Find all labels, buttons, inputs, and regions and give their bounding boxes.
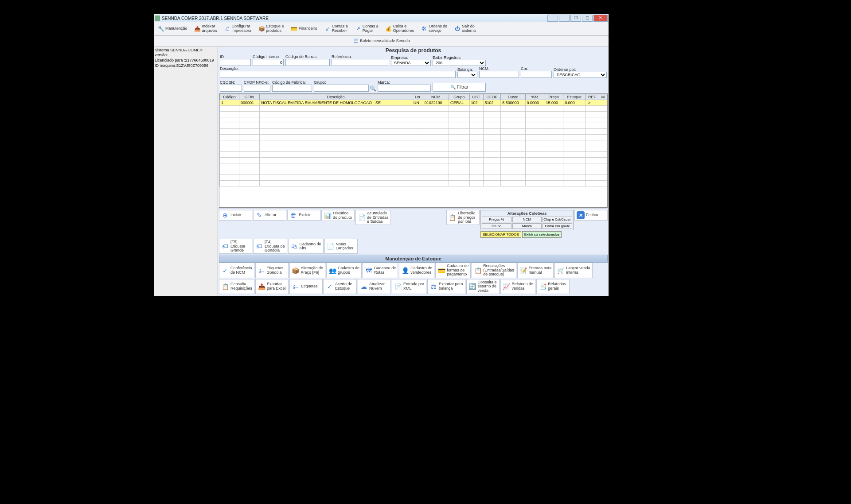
col-header[interactable]: GTIN <box>239 94 260 100</box>
referencia-input[interactable] <box>332 59 389 66</box>
alter-btn[interactable]: Editar em grade <box>543 223 572 229</box>
action-atualizar-nuvem[interactable]: ☁Atualizar Nuvem <box>358 279 391 294</box>
action-[f5]-etiqueta-grande[interactable]: 🏷[F5] Etiqueta Grande <box>219 239 252 254</box>
maximize-button[interactable]: ▢ <box>582 15 593 22</box>
toolbar-financeiro[interactable]: 💳Financeiro <box>288 23 320 35</box>
table-row[interactable] <box>220 151 607 157</box>
table-row[interactable] <box>220 140 607 146</box>
col-header[interactable]: %M <box>525 94 544 100</box>
window-close-button[interactable]: ✕ <box>593 15 608 22</box>
action-conferência-de ncm[interactable]: ✓Conferência de NCM <box>219 263 254 278</box>
action-notas-lançadas[interactable]: 📄Notas Lançadas <box>324 239 358 254</box>
toolbar-manutenção[interactable]: 🔧Manutenção <box>155 23 191 35</box>
action-cadastro de-kits[interactable]: 🛍Cadastro de Kits <box>288 239 324 254</box>
toolbar-indexar[interactable]: 📥Indexar arquivos <box>191 23 220 35</box>
table-row[interactable] <box>220 163 607 169</box>
table-row[interactable] <box>220 128 607 134</box>
col-header[interactable]: Preço <box>544 94 563 100</box>
product-grid[interactable]: CódigoGTINDescriçãoUnNCMGrupoCSTCFOPCust… <box>219 93 608 208</box>
empresa-select[interactable]: SENNDA <box>391 60 431 66</box>
table-row[interactable] <box>220 134 607 140</box>
toolbar-contas a[interactable]: ↗Contas a Pagar <box>352 23 382 35</box>
cfop-nfce-input[interactable] <box>244 85 270 92</box>
action-entrada por-xml[interactable]: 📄Entrada por XML <box>392 279 426 294</box>
col-header[interactable]: CST <box>469 94 483 100</box>
table-row[interactable] <box>220 111 607 117</box>
select-all-button[interactable]: SELECIONAR TODOS <box>480 231 521 238</box>
col-header[interactable]: Grupo <box>449 94 470 100</box>
col-header[interactable]: NCM <box>423 94 449 100</box>
toolbar-sair do[interactable]: ⏻Sair do sistema <box>451 23 479 35</box>
table-row[interactable] <box>220 157 607 163</box>
action-exportar para-balança[interactable]: ⚖Exportar para balança <box>427 279 465 294</box>
action-consulta-requisições[interactable]: 📋Consulta Requisições <box>219 279 254 294</box>
table-row[interactable] <box>220 123 607 128</box>
codigo-barras-input[interactable] <box>285 59 330 66</box>
action-cadastro de-grupos[interactable]: 👥Cadastro de grupos <box>326 263 362 278</box>
action-etiquetas-gondola[interactable]: 🏷Etiquetas Gondola <box>255 263 289 278</box>
id-input[interactable] <box>220 59 251 66</box>
cor-input[interactable] <box>521 71 552 78</box>
table-row[interactable] <box>220 180 607 186</box>
action-[f4]-etiqueta de-gondola[interactable]: 🏷[F4] Etiqueta de Gondola <box>253 239 287 254</box>
alter-btn[interactable]: Marca <box>512 223 542 229</box>
table-row[interactable] <box>220 117 607 123</box>
fechar-button[interactable]: ✕Fechar <box>574 210 608 221</box>
grupo-input[interactable] <box>314 85 369 92</box>
action-cadastro de-formas de-pagamento[interactable]: 💳Cadastro de formas de pagamento <box>435 263 471 278</box>
action-histórico-do produto[interactable]: 📊Histórico do produto <box>321 210 355 221</box>
alter-btn[interactable]: Preços % <box>482 217 511 222</box>
alter-btn[interactable]: NCM <box>512 217 542 222</box>
table-row[interactable] <box>220 169 607 174</box>
alter-btn[interactable]: Grupo <box>482 223 511 229</box>
col-header[interactable]: Estoque <box>563 94 586 100</box>
codigo-interno-input[interactable] <box>253 59 284 66</box>
toolbar-estoque e[interactable]: 📦Estoque e produtos <box>255 23 287 35</box>
table-row[interactable] <box>220 174 607 180</box>
descricao-input[interactable] <box>220 71 456 78</box>
filtrar-button[interactable]: 🔍Filtrar <box>433 83 486 92</box>
action-excluir[interactable]: 🗑Excluir <box>287 210 320 221</box>
ordenar-select[interactable]: DESCRICAO <box>554 72 607 78</box>
action-alteração de-preço [f6][interactable]: 📦Alteração de Preço [F6] <box>289 263 326 278</box>
action-consulta e-estorno de-venda[interactable]: 🔄Consulta e estorno de venda <box>466 279 500 294</box>
action-exportar-para excel[interactable]: 📤Exportar para Excel <box>255 279 289 294</box>
show-selected-button[interactable]: Exibir só selecionados <box>522 231 562 238</box>
action-requisições-(entradas/saídas-de estoque)[interactable]: 📋Requisições (Entradas/Saídas de estoque… <box>472 263 516 278</box>
toolbar-configurar[interactable]: 🖨Configurar impressora <box>221 23 255 35</box>
restore-button[interactable]: ❐ <box>570 15 581 22</box>
exibir-select[interactable]: 200 <box>433 60 486 66</box>
toolbar-contas a[interactable]: ↙Contas a Receber <box>321 23 351 35</box>
col-header[interactable]: CFOP <box>483 94 501 100</box>
boleto-button[interactable]: ☰ Boleto mensalidade Sennda <box>349 37 413 46</box>
ncm-input[interactable] <box>479 71 519 78</box>
action-incluir[interactable]: ⊕Incluir <box>219 210 252 221</box>
marca-input[interactable] <box>378 85 431 92</box>
action-lançar venda-interna[interactable]: 🛒Lançar venda interna <box>554 263 593 278</box>
col-header[interactable]: Un <box>412 94 423 100</box>
action-acumulado-de entradas-e saídas[interactable]: 📄Acumulado de Entradas e Saídas <box>355 210 391 225</box>
action-acerto de-estoque[interactable]: ✓Acerto de Estoque <box>324 279 357 294</box>
col-header[interactable]: Descrição <box>260 94 412 100</box>
action-cadastro de-rotas[interactable]: 🗺Cadastro de Rotas <box>363 263 398 278</box>
minimize-button[interactable]: — <box>547 15 558 22</box>
search-icon[interactable]: 🔍 <box>370 85 376 92</box>
col-header[interactable]: Código <box>220 94 239 100</box>
action-relatorio de-vendas[interactable]: 📈Relatorio de vendas <box>500 279 536 294</box>
toolbar-caixa e[interactable]: 💰Caixa e Operadores <box>383 23 418 35</box>
action-etiquetas[interactable]: 🏷Etiquetas <box>289 279 323 294</box>
col-header[interactable]: M <box>599 94 607 100</box>
table-row[interactable] <box>220 146 607 151</box>
action-cadastro de-vendedores[interactable]: 👤Cadastro de vendedores <box>399 263 434 278</box>
codigo-fabrica-input[interactable] <box>272 85 312 92</box>
minimize-button-2[interactable]: — <box>559 15 570 22</box>
col-header[interactable]: Custo <box>501 94 525 100</box>
action-liberação-de preços-por lote[interactable]: 📋Liberação de preços por lote <box>446 210 480 225</box>
action-relatorios-gerais[interactable]: 📑Relatorios gerais <box>536 279 570 294</box>
csosn-input[interactable] <box>220 85 242 92</box>
balanca-select[interactable] <box>457 72 477 78</box>
table-row[interactable] <box>220 105 607 111</box>
table-row[interactable]: 1000001NOTA FISCAL EMITIDA EM AMBIENTE D… <box>220 100 607 105</box>
action-alterar[interactable]: ✎Alterar <box>253 210 286 221</box>
action-entrada nota-manual[interactable]: 📝Entrada nota manual <box>517 263 554 278</box>
